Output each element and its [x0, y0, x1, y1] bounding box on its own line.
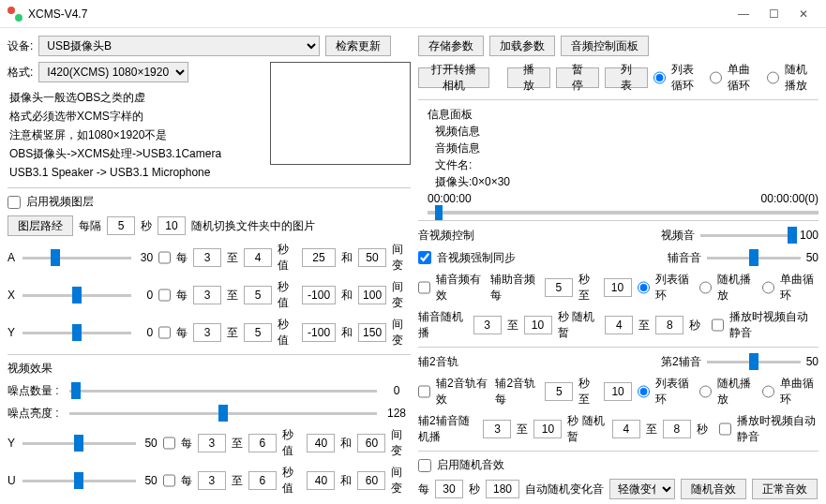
open-camera-button[interactable]: 打开转播相机: [418, 67, 489, 88]
single-loop-radio[interactable]: [710, 71, 722, 84]
layer-path-button[interactable]: 图层路经: [8, 215, 73, 236]
axis-x-slider[interactable]: [72, 287, 82, 304]
list-button[interactable]: 列表: [605, 67, 648, 88]
aux-enable-check[interactable]: [418, 281, 430, 294]
info-panel: 信息面板 视频信息 音频信息 文件名: 摄像头:0×0×30 00:00:000…: [428, 106, 818, 215]
axis-a-check[interactable]: [158, 251, 171, 264]
normal-fx-button[interactable]: 正常音效: [752, 479, 818, 499]
video-vol-slider[interactable]: [788, 227, 797, 244]
format-select[interactable]: I420(XCMS) 1080×1920: [38, 62, 188, 82]
enable-layer-check[interactable]: [8, 196, 21, 209]
minimize-button[interactable]: ―: [728, 3, 758, 25]
close-button[interactable]: ✕: [788, 3, 818, 25]
list-loop-radio[interactable]: [653, 71, 666, 84]
av-sync-check[interactable]: [418, 251, 431, 264]
search-update-button[interactable]: 检索更新: [325, 36, 391, 56]
random-fx-button[interactable]: 随机音效: [681, 479, 746, 499]
random-play-radio[interactable]: [767, 71, 779, 84]
save-params-button[interactable]: 存储参数: [418, 36, 484, 56]
play-button[interactable]: 播放: [507, 67, 550, 88]
track2-title: 辅2音轨: [418, 354, 458, 370]
titlebar: XCMS-V4.7 ― ☐ ✕: [0, 0, 826, 28]
maximize-button[interactable]: ☐: [758, 3, 788, 25]
window-title: XCMS-V4.7: [28, 7, 728, 21]
hint-text: 摄像头一般选OBS之类的虚格式必须选带XCMS字样的注意横竖屏，如1080×19…: [9, 88, 257, 182]
aux-vol-slider[interactable]: [749, 249, 758, 266]
load-params-button[interactable]: 加载参数: [489, 36, 555, 56]
axis-a-slider[interactable]: [51, 249, 60, 266]
device-select[interactable]: USB摄像头B: [38, 36, 320, 56]
progress-bar[interactable]: [428, 211, 818, 215]
format-label: 格式:: [8, 65, 33, 81]
axis-y-row: Y 0 每 至 秒值 和 间变: [8, 317, 411, 348]
pause-button[interactable]: 暂停: [556, 67, 599, 88]
enable-layer-label: 启用视频图层: [26, 194, 94, 210]
audio-panel-button[interactable]: 音频控制面板: [561, 36, 649, 56]
axis-y-slider[interactable]: [72, 324, 82, 341]
fx-select[interactable]: 轻微变化: [609, 479, 675, 499]
preview-box: [270, 62, 411, 165]
noise-bright-slider[interactable]: [218, 405, 228, 422]
device-label: 设备:: [8, 38, 33, 54]
layer-count-input[interactable]: [158, 216, 186, 235]
av-control-title: 音视频控制: [418, 228, 474, 244]
layer-interval-input[interactable]: [107, 216, 135, 235]
noise-count-slider[interactable]: [71, 382, 81, 399]
app-logo-icon: [8, 7, 23, 22]
auto-mute-check[interactable]: [712, 319, 724, 332]
aux2-vol-slider[interactable]: [749, 353, 758, 370]
aux2-enable-check[interactable]: [418, 385, 430, 398]
random-fx-check[interactable]: [418, 459, 431, 472]
fx-title: 视频效果: [8, 361, 411, 377]
axis-x-row: X 0 每 至 秒值 和 间变: [8, 279, 411, 311]
axis-a-row: A 30 每 至 秒值 和 间变: [8, 242, 411, 274]
